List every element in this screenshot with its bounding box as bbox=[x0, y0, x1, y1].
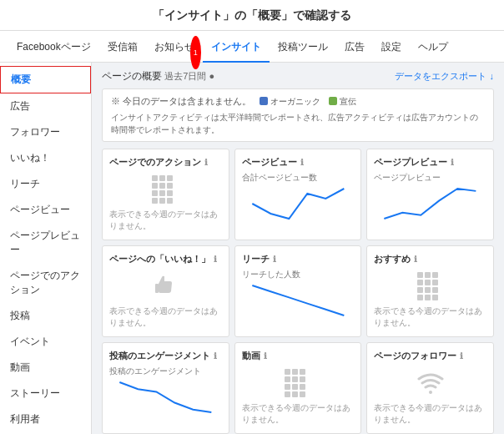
grid-icon bbox=[416, 270, 446, 300]
nav-item-インサイト[interactable]: インサイト bbox=[203, 31, 270, 63]
overview-title: ページの概要 bbox=[102, 70, 162, 82]
icon-grid bbox=[109, 172, 222, 205]
svg-rect-4 bbox=[159, 183, 165, 189]
card-ページプレビュー: ページプレビュー ℹ ページプレビュー bbox=[366, 149, 494, 240]
svg-rect-33 bbox=[300, 384, 305, 390]
sidebar-item-ページビュー[interactable]: ページビュー bbox=[0, 197, 91, 223]
line-chart bbox=[374, 187, 486, 220]
info-icon[interactable]: ℹ bbox=[451, 158, 454, 167]
sidebar-item-ページでのアクション[interactable]: ページでのアクション bbox=[0, 263, 91, 303]
info-icon[interactable]: ℹ bbox=[414, 255, 417, 264]
card-no-data: 表示できる今週のデータはありません。 bbox=[109, 305, 222, 329]
notice-box: ※ 今日のデータは含まれません。 オーガニック 宣伝 インサイトアクティビティは… bbox=[102, 88, 494, 142]
grid-icon bbox=[283, 367, 313, 397]
svg-rect-30 bbox=[300, 376, 305, 382]
nav-item-投稿ツール[interactable]: 投稿ツール bbox=[270, 31, 336, 63]
svg-rect-18 bbox=[432, 280, 438, 285]
nav-item-Facebookページ[interactable]: Facebookページ bbox=[8, 31, 99, 63]
sidebar-item-いいね！[interactable]: いいね！ bbox=[0, 145, 91, 171]
sidebar-item-広告[interactable]: 広告 bbox=[0, 93, 91, 119]
svg-rect-21 bbox=[432, 287, 438, 293]
nav-item-お知らせ[interactable]: お知らせ1 bbox=[146, 31, 203, 63]
svg-rect-1 bbox=[159, 175, 165, 181]
icon-grid bbox=[242, 366, 355, 399]
card-title: 動画 ℹ bbox=[242, 350, 355, 362]
card-sub: 合計ページビュー数 bbox=[242, 172, 355, 184]
card-ページビュー: ページビュー ℹ 合計ページビュー数 bbox=[234, 149, 362, 240]
line-chart bbox=[109, 381, 222, 414]
thumb-icon bbox=[150, 270, 180, 300]
svg-rect-23 bbox=[425, 295, 431, 300]
card-おすすめ: おすすめ ℹ 表示できる今週のデータはありません。 bbox=[366, 245, 494, 337]
svg-rect-5 bbox=[167, 183, 173, 189]
svg-rect-27 bbox=[300, 369, 305, 375]
nav-item-広告[interactable]: 広告 bbox=[336, 31, 373, 63]
info-icon[interactable]: ℹ bbox=[264, 351, 267, 361]
promoted-label: 宣伝 bbox=[340, 95, 356, 108]
card-no-data: 表示できる今週のデータはありません。 bbox=[242, 402, 355, 426]
svg-rect-9 bbox=[152, 198, 158, 204]
sidebar-item-フォロワー[interactable]: フォロワー bbox=[0, 119, 91, 145]
svg-rect-36 bbox=[300, 391, 305, 397]
card-title: 投稿のエンゲージメント ℹ bbox=[109, 350, 222, 362]
line-chart bbox=[242, 284, 355, 317]
sidebar-item-利用者[interactable]: 利用者 bbox=[0, 406, 91, 432]
card-sub: リーチした人数 bbox=[242, 269, 355, 280]
sidebar-item-ページプレビュー[interactable]: ページプレビュー bbox=[0, 223, 91, 263]
wifi-icon bbox=[416, 367, 446, 397]
sidebar-item-リーチ[interactable]: リーチ bbox=[0, 171, 91, 197]
nav-item-ヘルプ[interactable]: ヘルプ bbox=[410, 31, 456, 63]
svg-rect-7 bbox=[159, 190, 165, 196]
nav-item-受信箱[interactable]: 受信箱 bbox=[99, 31, 146, 63]
cards-grid: ページでのアクション ℹ 表示できる今週のデータはありません。 ページビュー ℹ… bbox=[102, 149, 494, 434]
card-chart bbox=[242, 187, 355, 225]
info-icon[interactable]: ℹ bbox=[214, 351, 217, 361]
top-nav: Facebookページ受信箱お知らせ1インサイト投稿ツール広告設定ヘルプ bbox=[0, 31, 504, 63]
info-icon[interactable]: ℹ bbox=[300, 158, 304, 167]
promoted-dot bbox=[329, 97, 337, 105]
nav-item-設定[interactable]: 設定 bbox=[373, 31, 410, 63]
sidebar-item-ストーリー[interactable]: ストーリー bbox=[0, 381, 91, 406]
sidebar-item-投稿[interactable]: 投稿 bbox=[0, 303, 91, 329]
svg-rect-29 bbox=[292, 376, 298, 382]
icon-thumb bbox=[109, 269, 222, 302]
notice-text: インサイトアクティビティは太平洋時間でレポートされ、広告アクティビティは広告アカ… bbox=[111, 111, 485, 136]
info-icon[interactable]: ℹ bbox=[204, 158, 208, 167]
info-icon[interactable]: ℹ bbox=[214, 255, 217, 264]
sidebar-item-概要[interactable]: 概要 bbox=[0, 66, 91, 93]
sidebar: 概要広告フォロワーいいね！リーチページビューページプレビューページでのアクション… bbox=[0, 63, 92, 434]
organic-label: オーガニック bbox=[270, 95, 320, 108]
card-動画: 動画 ℹ 表示できる今週のデータはありません。 bbox=[234, 342, 362, 434]
svg-rect-16 bbox=[417, 280, 423, 285]
sidebar-item-動画[interactable]: 動画 bbox=[0, 355, 91, 381]
svg-rect-13 bbox=[417, 272, 423, 278]
nav-badge: 1 bbox=[190, 36, 201, 69]
card-title: ページのフォロワー ℹ bbox=[374, 350, 486, 362]
card-ページのフォロワー: ページのフォロワー ℹ 表示できる今週のデータはありません。 bbox=[366, 342, 494, 434]
card-sub: ページプレビュー bbox=[374, 172, 486, 184]
info-icon[interactable]: ℹ bbox=[460, 351, 463, 361]
svg-rect-26 bbox=[292, 369, 298, 375]
card-chart bbox=[109, 381, 222, 418]
icon-grid bbox=[374, 269, 486, 302]
export-link[interactable]: データをエクスポート ↓ bbox=[395, 70, 494, 83]
card-chart bbox=[242, 284, 355, 321]
card-ページでのアクション: ページでのアクション ℹ 表示できる今週のデータはありません。 bbox=[102, 149, 229, 240]
svg-rect-25 bbox=[285, 369, 290, 375]
svg-rect-24 bbox=[432, 295, 438, 300]
card-title: ページへの「いいね！」 ℹ bbox=[109, 253, 222, 265]
card-リーチ: リーチ ℹ リーチした人数 bbox=[234, 245, 362, 337]
card-title: おすすめ ℹ bbox=[374, 253, 486, 265]
svg-rect-10 bbox=[159, 198, 165, 204]
icon-wifi bbox=[374, 366, 486, 399]
page-title-bar: 「インサイト」の「概要」で確認する bbox=[0, 0, 504, 31]
sidebar-item-イベント[interactable]: イベント bbox=[0, 329, 91, 355]
card-title: ページビュー ℹ bbox=[242, 156, 355, 169]
svg-rect-19 bbox=[417, 287, 423, 293]
svg-rect-17 bbox=[425, 280, 431, 285]
svg-point-37 bbox=[429, 391, 432, 394]
svg-rect-35 bbox=[292, 391, 298, 397]
info-icon[interactable]: ℹ bbox=[273, 255, 276, 264]
card-投稿のエンゲージメント: 投稿のエンゲージメント ℹ 投稿のエンゲージメント bbox=[102, 342, 229, 434]
svg-rect-12 bbox=[155, 284, 159, 293]
